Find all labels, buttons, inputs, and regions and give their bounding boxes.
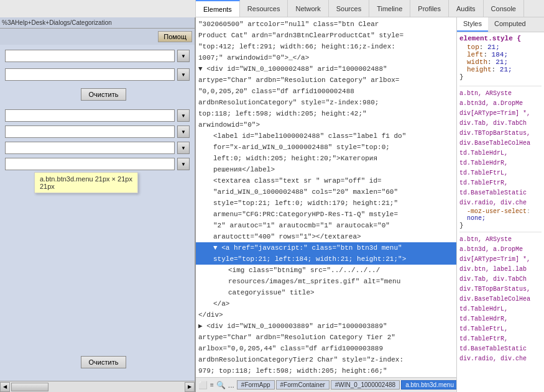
selector-item: a.btn, ARSyste [459, 89, 542, 99]
dropdown-3[interactable]: ▼ [177, 109, 190, 122]
dropdown-4[interactable]: ▼ [177, 125, 190, 138]
element-line[interactable]: ardbnResolutionCategory" style="z-index:… [196, 97, 456, 108]
more-icon[interactable]: ... [228, 380, 234, 391]
clear-bottom-button[interactable]: Очистить [81, 356, 127, 368]
tab-audits[interactable]: Audits [449, 0, 484, 17]
tooltip-box: a.btn.btn3d.menu 21px × 21px 21px [34, 172, 138, 193]
tab-console[interactable]: Console [484, 0, 524, 17]
selector-item: div.BaseTableColHea [459, 139, 542, 148]
form-row-6: ▼ [5, 158, 190, 170]
tab-network[interactable]: Network [288, 0, 328, 17]
tab-timeline[interactable]: Timeline [369, 0, 410, 17]
main-container: %3AHelp+Desk+Dialogs/Categorization Помо… [0, 17, 544, 392]
element-line[interactable]: ▼ <div id="WIN_0_1000002488" arid="10000… [196, 63, 456, 75]
dropdown-5[interactable]: ▼ [177, 142, 190, 154]
search-icon[interactable]: 🔍 [216, 380, 226, 391]
field-1[interactable] [5, 50, 175, 62]
element-line[interactable]: categoryissue" title> [196, 287, 456, 298]
selector-item: div.radio, div.che [459, 198, 542, 208]
selector-item: div.btn, label.lab [459, 265, 542, 275]
element-line[interactable]: </a> [196, 298, 456, 309]
dropdown-1[interactable]: ▼ [177, 50, 190, 62]
style-property: height: 21; [459, 66, 542, 73]
element-line[interactable]: style="top:21; left:0; width:179; height… [196, 198, 456, 209]
element-line[interactable]: for="x-arid_WIN_0_1000002488" style="top… [196, 142, 456, 153]
scroll-left-arrow[interactable]: ◀ [0, 382, 10, 392]
element-line[interactable]: style="top:21; left:184; width:21; heigh… [196, 253, 456, 265]
tab-profiles[interactable]: Profiles [410, 0, 449, 17]
field-2[interactable] [5, 68, 175, 81]
breadcrumb-tag[interactable]: #WIN_0_1000002488 [331, 380, 400, 390]
selector-item: div.Tab, div.TabCh [459, 275, 542, 285]
element-line[interactable]: "arid_WIN_0_1000002488" cols="20" maxlen… [196, 186, 456, 198]
style-property: top: 21; [459, 43, 542, 51]
element-line[interactable]: <label id="label1000002488" class="label… [196, 130, 456, 142]
breadcrumb-tag[interactable]: #FormContainer [276, 380, 330, 390]
tab-computed[interactable]: Computed [488, 17, 532, 32]
field-4[interactable] [5, 125, 175, 138]
help-button[interactable]: Помощ [158, 31, 192, 42]
element-line[interactable]: решения</label> [196, 164, 456, 175]
selector-item: td.TableHdrR, [459, 314, 542, 324]
selector-item: div.TBTopBarStatus, [459, 285, 542, 294]
field-3[interactable] [5, 109, 175, 122]
right-panel: Styles Computed element.style { top: 21;… [457, 17, 544, 392]
element-line[interactable]: armenu="CFG:PRC:CategoryHPD-Res-T1-Q" ms… [196, 209, 456, 220]
element-line[interactable]: resources/images/mt_sprites.gif" alt="me… [196, 276, 456, 287]
element-line[interactable]: 979; top:118; left:598; width:205; heigh… [196, 365, 456, 376]
scrollbar-thumb[interactable] [11, 383, 48, 391]
element-line[interactable]: <textarea class="text sr " wrap="off" id… [196, 175, 456, 186]
form-row-1: ▼ [5, 50, 190, 62]
dom-tree-icon[interactable]: ≡ [210, 380, 214, 391]
selector-item: td.BaseTableStatic [459, 188, 542, 198]
form-row-3: ▼ [5, 109, 190, 122]
element-line[interactable]: "0,0,205,20" class="df arfid1000002488 [196, 86, 456, 97]
breadcrumb-tag[interactable]: a.btn.btn3d.menu [401, 380, 457, 390]
element-line[interactable]: ardbnResolutionCategoryTier2 Char" style… [196, 354, 456, 365]
dropdown-6[interactable]: ▼ [177, 158, 190, 170]
selector-item: div.TBTopBarStatus, [459, 129, 542, 139]
tab-styles[interactable]: Styles [457, 17, 488, 32]
field-5[interactable] [5, 142, 175, 154]
selector-item: td.TableFtrR, [459, 334, 542, 344]
element-line[interactable]: ▼ <a href="javascript:" class="btn btn3d… [196, 242, 456, 253]
selector-item: td.BaseTableStatic [459, 344, 542, 354]
element-line[interactable]: artype="Char" ardbn="Resolution Category… [196, 332, 456, 343]
element-line[interactable]: Product Cat" ardn="ardn3BtnClearProductC… [196, 30, 456, 41]
element-line[interactable]: artype="Char" ardbn="Resolution Category… [196, 75, 456, 86]
element-line[interactable]: 1007;" arwindowid="0">_</a> [196, 52, 456, 63]
left-scrollbar[interactable]: ◀ ▶ [0, 381, 195, 392]
selector-item: td.TableFtrR, [459, 178, 542, 188]
selector-item: a.btn3d, a.DropMe [459, 245, 542, 255]
field-6[interactable] [5, 158, 175, 170]
elements-content[interactable]: "302060500" artcolor="null" class="btn C… [196, 17, 456, 377]
tab-sources[interactable]: Sources [329, 0, 369, 17]
tab-elements[interactable]: Elements [196, 0, 240, 17]
style-moz: -moz-user-select: none; [467, 208, 542, 222]
element-line[interactable]: arautoctt="400" rows="1"></textarea> [196, 231, 456, 242]
devtools-tabbar: Elements Resources Network Sources Timel… [0, 0, 544, 17]
element-line[interactable]: "302060500" artcolor="null" class="btn C… [196, 19, 456, 30]
element-line[interactable]: arwindowid="0"> [196, 119, 456, 130]
element-line[interactable]: </div> [196, 309, 456, 321]
element-line[interactable]: arlbox="0,0,205,44" class="df arfid10000… [196, 343, 456, 354]
selector-item: td.TableHdrL, [459, 148, 542, 158]
styles-content[interactable]: element.style { top: 21; left: 184; widt… [457, 32, 544, 392]
left-form-content: ▼ ▼ a.btn.btn3d.menu 21px × 21px 21px Оч… [0, 45, 195, 381]
style-selector: element.style { [459, 35, 542, 42]
address-text: %3AHelp+Desk+Dialogs/Categorization [2, 19, 193, 26]
element-line[interactable]: <img class="btnimg" src="../../../../ [196, 265, 456, 276]
tab-resources[interactable]: Resources [240, 0, 288, 17]
breadcrumb-tag[interactable]: #FormApp [237, 380, 275, 390]
dropdown-2[interactable]: ▼ [177, 68, 190, 81]
element-line[interactable]: "top:412; left:291; width:66; height:16;… [196, 41, 456, 52]
left-panel: %3AHelp+Desk+Dialogs/Categorization Помо… [0, 17, 196, 392]
element-line[interactable]: left:0; width:205; height:20;">Категория [196, 153, 456, 164]
element-line[interactable]: "2" arautoc="1" arautocmb="1" arautocak=… [196, 220, 456, 231]
element-line[interactable]: ▶ <div id="WIN_0_1000003889" arid="10000… [196, 321, 456, 332]
inspect-icon[interactable]: ⬜ [198, 380, 208, 391]
element-line[interactable]: top:118; left:598; width:205; height:42;… [196, 108, 456, 119]
scroll-right-arrow[interactable]: ▶ [185, 382, 195, 392]
style-property: left: 184; [459, 51, 542, 58]
clear-top-button[interactable]: Очистить [81, 88, 127, 101]
